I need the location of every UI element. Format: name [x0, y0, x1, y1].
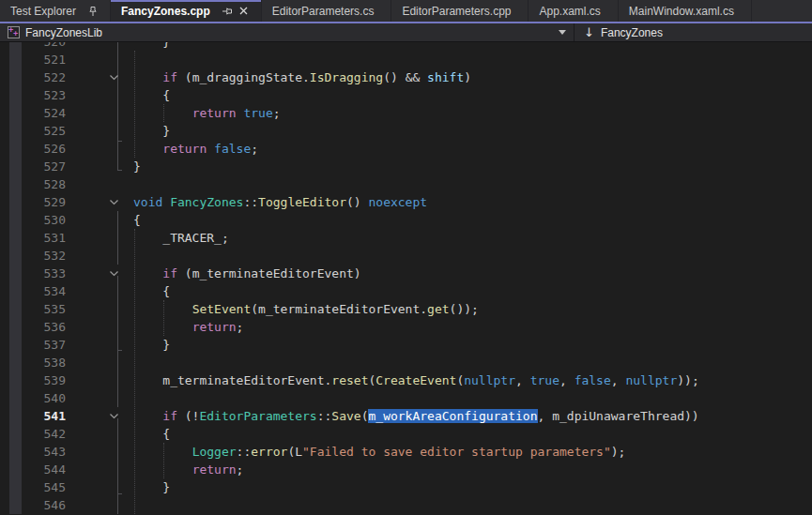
code-text[interactable]: void FancyZones::ToggleEditor() noexcept [133, 193, 427, 211]
line-number[interactable]: 536 [0, 318, 66, 336]
code-text[interactable]: } [133, 122, 170, 140]
line-number[interactable]: 543 [0, 443, 66, 461]
line-number[interactable]: 534 [0, 282, 66, 300]
code-line-523[interactable]: 523 { [0, 86, 812, 104]
code-text[interactable]: { [133, 211, 141, 229]
code-line-527[interactable]: 527} [0, 158, 812, 175]
tab-label: Test Explorer [10, 5, 76, 18]
code-line-528[interactable]: 528 [0, 175, 812, 193]
code-text[interactable]: { [133, 282, 170, 300]
code-text[interactable]: } [133, 478, 170, 496]
fold-margin [66, 211, 133, 229]
code-line-534[interactable]: 534 { [0, 282, 812, 300]
line-number[interactable]: 521 [0, 51, 66, 68]
code-text[interactable]: if (m_draggingState.IsDragging() && shif… [133, 68, 471, 86]
code-line-546[interactable]: 546 [0, 496, 812, 514]
code-line-524[interactable]: 524 return true; [0, 104, 812, 122]
code-line-530[interactable]: 530{ [0, 211, 812, 229]
tab-test-explorer[interactable]: Test Explorer [0, 0, 111, 22]
code-editor[interactable]: 520 }521522 if (m_draggingState.IsDraggi… [0, 42, 812, 514]
fold-margin [66, 461, 133, 478]
tab-editorparameters-cpp[interactable]: EditorParameters.cpp [391, 0, 529, 22]
line-number[interactable]: 544 [0, 461, 66, 478]
code-line-539[interactable]: 539 m_terminateEditorEvent.reset(CreateE… [0, 371, 812, 389]
line-number[interactable]: 526 [0, 140, 66, 158]
code-line-543[interactable]: 543 Logger::error(L"Failed to save edito… [0, 443, 812, 461]
tab-mainwindow-xaml-cs[interactable]: MainWindow.xaml.cs [619, 0, 752, 22]
tab-bar-empty-space [752, 0, 812, 22]
line-number[interactable]: 540 [0, 389, 66, 407]
line-number[interactable]: 542 [0, 425, 66, 443]
code-line-529[interactable]: 529void FancyZones::ToggleEditor() noexc… [0, 193, 812, 211]
code-line-526[interactable]: 526 return false; [0, 140, 812, 158]
project-dropdown[interactable]: ++ FancyZonesLib [0, 23, 574, 41]
fold-margin [66, 51, 133, 68]
line-number[interactable]: 532 [0, 247, 66, 265]
line-number[interactable]: 525 [0, 122, 66, 140]
line-number[interactable]: 522 [0, 68, 66, 86]
line-number[interactable]: 523 [0, 86, 66, 104]
code-text[interactable]: return; [133, 318, 243, 336]
code-text[interactable]: } [133, 158, 141, 175]
fold-margin [66, 86, 133, 104]
line-number[interactable]: 538 [0, 354, 66, 371]
code-line-538[interactable]: 538 [0, 354, 812, 371]
code-text[interactable]: } [133, 336, 170, 354]
line-number[interactable]: 520 [0, 42, 66, 51]
fold-chevron-icon[interactable] [66, 407, 133, 425]
tab-editorparameters-cs[interactable]: EditorParameters.cs [262, 0, 392, 22]
scope-dropdown[interactable]: ↓ FancyZones [575, 23, 672, 41]
code-text[interactable]: m_terminateEditorEvent.reset(CreateEvent… [133, 371, 699, 389]
fold-margin [66, 443, 133, 461]
line-number[interactable]: 524 [0, 104, 66, 122]
code-line-531[interactable]: 531 _TRACER_; [0, 229, 812, 247]
tab-label: FancyZones.cpp [121, 5, 210, 18]
line-number[interactable]: 527 [0, 158, 66, 175]
code-text[interactable]: Logger::error(L"Failed to save editor st… [133, 443, 625, 461]
code-line-533[interactable]: 533 if (m_terminateEditorEvent) [0, 265, 812, 282]
tab-app-xaml-cs[interactable]: App.xaml.cs [529, 0, 618, 22]
code-line-536[interactable]: 536 return; [0, 318, 812, 336]
code-line-521[interactable]: 521 [0, 51, 812, 68]
line-number[interactable]: 541 [0, 407, 66, 425]
code-line-532[interactable]: 532 [0, 247, 812, 265]
line-number[interactable]: 529 [0, 193, 66, 211]
fold-chevron-icon[interactable] [66, 265, 133, 282]
close-icon[interactable] [237, 5, 251, 18]
code-line-525[interactable]: 525 } [0, 122, 812, 140]
code-text[interactable]: return; [133, 461, 243, 478]
line-number[interactable]: 528 [0, 175, 66, 193]
fold-chevron-icon[interactable] [66, 193, 133, 211]
code-text[interactable]: if (!EditorParameters::Save(m_workAreaCo… [133, 407, 699, 425]
fold-chevron-icon[interactable] [66, 68, 133, 86]
line-number[interactable]: 535 [0, 300, 66, 318]
line-number[interactable]: 537 [0, 336, 66, 354]
line-number[interactable]: 531 [0, 229, 66, 247]
pin-icon[interactable] [86, 5, 100, 18]
code-line-535[interactable]: 535 SetEvent(m_terminateEditorEvent.get(… [0, 300, 812, 318]
code-text[interactable]: _TRACER_; [133, 229, 229, 247]
chevron-down-icon[interactable] [559, 30, 566, 35]
code-line-520[interactable]: 520 } [0, 42, 812, 51]
code-line-541[interactable]: 541 if (!EditorParameters::Save(m_workAr… [0, 407, 812, 425]
code-line-544[interactable]: 544 return; [0, 461, 812, 478]
code-text[interactable]: } [133, 42, 542, 51]
tab-fancyzones-cpp[interactable]: FancyZones.cpp [111, 0, 262, 22]
line-number[interactable]: 546 [0, 496, 66, 514]
code-text[interactable]: return true; [133, 104, 281, 122]
code-text[interactable]: { [133, 425, 170, 443]
code-line-540[interactable]: 540 [0, 389, 812, 407]
line-number[interactable]: 530 [0, 211, 66, 229]
line-number[interactable]: 533 [0, 265, 66, 282]
code-text[interactable]: SetEvent(m_terminateEditorEvent.get()); [133, 300, 479, 318]
code-line-537[interactable]: 537 } [0, 336, 812, 354]
code-line-522[interactable]: 522 if (m_draggingState.IsDragging() && … [0, 68, 812, 86]
code-line-545[interactable]: 545 } [0, 478, 812, 496]
line-number[interactable]: 539 [0, 371, 66, 389]
code-line-542[interactable]: 542 { [0, 425, 812, 443]
pin-icon[interactable] [221, 5, 234, 18]
code-text[interactable]: { [133, 86, 170, 104]
code-text[interactable]: return false; [133, 140, 258, 158]
line-number[interactable]: 545 [0, 478, 66, 496]
code-text[interactable]: if (m_terminateEditorEvent) [133, 265, 361, 282]
